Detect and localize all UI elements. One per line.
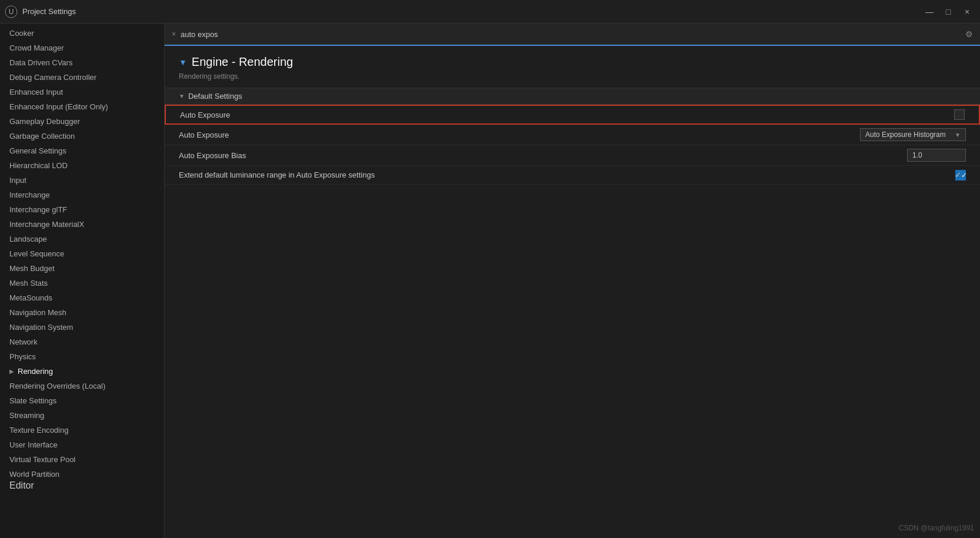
minimize-button[interactable]: — <box>921 4 938 20</box>
title-bar: U Project Settings — □ × <box>0 0 980 24</box>
sidebar-item-interchange[interactable]: Interchange <box>0 188 164 202</box>
sidebar-item-enhanced-input-editor-only[interactable]: Enhanced Input (Editor Only) <box>0 99 164 114</box>
sidebar-item-label: Streaming <box>9 411 44 420</box>
sidebar-item-cooker[interactable]: Cooker <box>0 26 164 41</box>
sidebar-item-label: General Settings <box>9 146 66 155</box>
sidebar-item-label: User Interface <box>9 440 58 449</box>
tab-close-icon[interactable]: × <box>172 30 176 38</box>
checkbox-3[interactable]: ✓ <box>955 170 966 181</box>
watermark: CSDN @tangfuling1991 <box>899 524 974 532</box>
sidebar-item-level-sequence[interactable]: Level Sequence <box>0 246 164 261</box>
settings-row-control-1[interactable]: Auto Exposure Histogram▼ <box>860 128 966 141</box>
sidebar-item-virtual-texture-pool[interactable]: Virtual Texture Pool <box>0 452 164 467</box>
svg-text:U: U <box>9 8 14 16</box>
section-header: ▼ Engine - Rendering <box>165 46 980 71</box>
sidebar-item-label: Interchange glTF <box>9 205 67 214</box>
sidebar-item-label: Rendering Overrides (Local) <box>9 382 105 390</box>
sidebar-item-landscape[interactable]: Landscape <box>0 232 164 246</box>
sidebar-item-garbage-collection[interactable]: Garbage Collection <box>0 129 164 143</box>
sidebar-item-physics[interactable]: Physics <box>0 349 164 364</box>
sidebar-item-gameplay-debugger[interactable]: Gameplay Debugger <box>0 114 164 129</box>
sidebar-item-hierarchical-lod[interactable]: Hierarchical LOD <box>0 158 164 173</box>
settings-row-control-0[interactable] <box>954 109 965 120</box>
sidebar-item-network[interactable]: Network <box>0 335 164 349</box>
sidebar-item-general-settings[interactable]: General Settings <box>0 143 164 158</box>
settings-row-label-3: Extend default luminance range in Auto E… <box>179 171 955 179</box>
sidebar-item-label: Hierarchical LOD <box>9 161 68 170</box>
sidebar-item-label: MetaSounds <box>9 293 52 302</box>
sidebar-item-label: Debug Camera Controller <box>9 73 96 82</box>
section-title: Engine - Rendering <box>192 55 293 69</box>
section-subtitle: Rendering settings. <box>165 71 980 88</box>
app-logo: U <box>5 5 18 18</box>
sidebar-item-label: Slate Settings <box>9 396 56 405</box>
sidebar-item-interchange-materialx[interactable]: Interchange MaterialX <box>0 217 164 232</box>
category-header[interactable]: ▼ Default Settings <box>165 88 980 105</box>
settings-row-0: Auto Exposure <box>165 105 980 125</box>
sidebar-item-user-interface[interactable]: User Interface <box>0 437 164 452</box>
sidebar-item-navigation-mesh[interactable]: Navigation Mesh <box>0 305 164 320</box>
sidebar-item-metasounds[interactable]: MetaSounds <box>0 290 164 305</box>
sidebar-item-world-partition[interactable]: World Partition <box>0 467 164 482</box>
sidebar-item-label: Mesh Stats <box>9 279 48 288</box>
settings-row-label-2: Auto Exposure Bias <box>179 151 907 160</box>
sidebar-item-label: Network <box>9 337 38 346</box>
settings-content: ▼ Engine - Rendering Rendering settings.… <box>165 46 980 538</box>
sidebar-item-label: Input <box>9 176 26 185</box>
sidebar-item-texture-encoding[interactable]: Texture Encoding <box>0 423 164 437</box>
sidebar-item-label: Gameplay Debugger <box>9 117 80 126</box>
settings-row-1: Auto ExposureAuto Exposure Histogram▼ <box>165 125 980 145</box>
sidebar-expand-arrow: ▶ <box>9 368 14 375</box>
active-tab[interactable]: × auto expos <box>165 24 225 45</box>
sidebar-item-rendering[interactable]: ▶Rendering <box>0 364 164 379</box>
settings-row-label-1: Auto Exposure <box>179 131 860 139</box>
sidebar-item-label: Virtual Texture Pool <box>9 455 75 464</box>
checkbox-0[interactable] <box>954 109 965 120</box>
sidebar: CookerCrowd ManagerData Driven CVarsDebu… <box>0 24 165 538</box>
sidebar-item-label: Interchange <box>9 191 50 199</box>
sidebar-item-mesh-budget[interactable]: Mesh Budget <box>0 261 164 276</box>
sidebar-item-mesh-stats[interactable]: Mesh Stats <box>0 276 164 290</box>
sidebar-item-data-driven-cvars[interactable]: Data Driven CVars <box>0 55 164 70</box>
sidebar-item-label: Level Sequence <box>9 249 64 258</box>
sidebar-item-label: Interchange MaterialX <box>9 220 84 229</box>
window-controls: — □ × <box>921 4 975 20</box>
sidebar-item-label: Cooker <box>9 29 34 38</box>
sidebar-item-rendering-overrides-local[interactable]: Rendering Overrides (Local) <box>0 379 164 393</box>
section-expand-arrow[interactable]: ▼ <box>179 58 187 67</box>
sidebar-item-crowd-manager[interactable]: Crowd Manager <box>0 41 164 55</box>
settings-row-2: Auto Exposure Bias <box>165 145 980 166</box>
maximize-button[interactable]: □ <box>940 4 956 20</box>
sidebar-item-navigation-system[interactable]: Navigation System <box>0 320 164 335</box>
sidebar-item-label: Enhanced Input (Editor Only) <box>9 102 108 111</box>
sidebar-item-label: Landscape <box>9 235 47 243</box>
settings-gear-icon[interactable]: ⚙ <box>965 29 980 39</box>
tab-label: auto expos <box>181 30 218 39</box>
sidebar-item-interchange-gltf[interactable]: Interchange glTF <box>0 202 164 217</box>
sidebar-item-streaming[interactable]: Streaming <box>0 408 164 423</box>
sidebar-item-label: Mesh Budget <box>9 264 55 273</box>
content-area: × auto expos ⚙ ▼ Engine - Rendering Rend… <box>165 24 980 538</box>
sidebar-item-enhanced-input[interactable]: Enhanced Input <box>0 85 164 99</box>
tab-bar: × auto expos ⚙ <box>165 24 980 46</box>
dropdown-arrow-icon: ▼ <box>955 132 961 138</box>
window-title: Project Settings <box>22 7 921 16</box>
sidebar-item-label: Navigation Mesh <box>9 308 66 317</box>
close-button[interactable]: × <box>959 4 975 20</box>
sidebar-item-label: Garbage Collection <box>9 132 75 141</box>
sidebar-item-label: Physics <box>9 352 36 361</box>
sidebar-item-label: Rendering <box>18 367 53 376</box>
settings-rows: Auto ExposureAuto ExposureAuto Exposure … <box>165 105 980 185</box>
dropdown-value-1: Auto Exposure Histogram <box>865 131 946 139</box>
settings-row-label-0: Auto Exposure <box>180 111 954 119</box>
settings-row-control-2[interactable] <box>907 149 966 162</box>
number-input-2[interactable] <box>907 149 966 162</box>
sidebar-item-slate-settings[interactable]: Slate Settings <box>0 393 164 408</box>
dropdown-1[interactable]: Auto Exposure Histogram▼ <box>860 128 966 141</box>
sidebar-item-input[interactable]: Input <box>0 173 164 188</box>
sidebar-item-label: Enhanced Input <box>9 88 63 96</box>
sidebar-item-debug-camera-controller[interactable]: Debug Camera Controller <box>0 70 164 85</box>
settings-row-control-3[interactable]: ✓ <box>955 170 966 181</box>
sidebar-item-label: Crowd Manager <box>9 44 64 52</box>
editor-label: Editor <box>9 480 34 491</box>
